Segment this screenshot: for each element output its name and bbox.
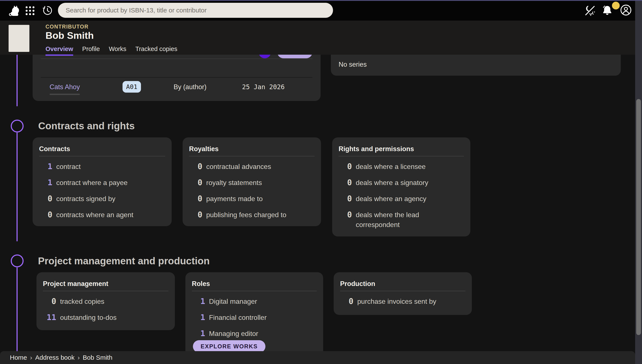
history-icon[interactable] <box>41 4 54 17</box>
section-title-project-management: Project management and production <box>38 255 210 267</box>
stat-label: outstanding to-dos <box>60 312 117 322</box>
stat-item: 0 deals where a licensee <box>339 162 464 172</box>
stat-card-production: Production 0 purchase invoices sent by <box>334 272 472 315</box>
notification-badge <box>612 2 620 10</box>
contributor-header: CONTRIBUTOR Bob Smith Overview Profile W… <box>0 20 642 55</box>
stat-label: contractual advances <box>206 162 271 172</box>
card-title: Contracts <box>39 145 165 153</box>
page-title: Bob Smith <box>46 30 94 41</box>
stat-item: 0 publishing fees charged to <box>189 210 314 220</box>
breadcrumb-separator: › <box>78 354 80 361</box>
contributor-role-badge: A01 <box>123 81 141 92</box>
stat-label: deals where an agency <box>356 194 426 204</box>
stat-count: 0 <box>189 178 202 188</box>
stat-item[interactable]: 1 Financial controller <box>192 312 317 322</box>
stat-label: tracked copies <box>60 296 104 306</box>
stat-label: purchase invoices sent by <box>357 296 436 306</box>
series-empty-text: No series <box>339 61 367 68</box>
scrollbar-thumb[interactable] <box>636 99 641 335</box>
stat-label: Digital manager <box>209 296 257 306</box>
apps-grid-icon[interactable] <box>25 5 36 16</box>
work-title-link[interactable]: Cats Ahoy <box>50 83 80 91</box>
tab-profile[interactable]: Profile <box>82 46 100 56</box>
card-title: Production <box>340 280 465 288</box>
stat-label: Managing editor <box>209 329 258 338</box>
stat-item[interactable]: 1 Digital manager <box>192 296 317 306</box>
stat-count: 11 <box>43 312 56 322</box>
stat-count: 0 <box>39 210 52 220</box>
stat-count: 1 <box>192 329 205 338</box>
timeline-node <box>11 120 24 132</box>
stat-item[interactable]: 1 Managing editor <box>192 329 317 338</box>
stat-label: contract <box>56 162 81 172</box>
stat-label: contracts signed by <box>56 194 115 204</box>
divider <box>39 156 165 156</box>
stat-count: 0 <box>339 178 352 188</box>
divider <box>339 156 464 156</box>
divider <box>189 156 314 156</box>
work-role-text: By (author) <box>174 83 206 91</box>
stat-item: 0 deals where an agency <box>339 194 464 204</box>
stat-item[interactable]: 1 contract <box>39 162 165 172</box>
card-title: Roles <box>192 280 317 288</box>
account-icon[interactable] <box>619 4 632 17</box>
explore-works-button[interactable]: EXPLORE WORKS <box>193 340 265 353</box>
tab-overview[interactable]: Overview <box>46 46 73 56</box>
timeline-line <box>17 55 18 106</box>
card-title: Project management <box>43 280 168 288</box>
breadcrumb-address-book[interactable]: Address book <box>35 354 75 361</box>
stat-item[interactable]: 1 contract where a payee <box>39 178 165 188</box>
tab-tracked-copies[interactable]: Tracked copies <box>135 46 177 56</box>
stat-count: 1 <box>192 312 205 322</box>
stat-count: 0 <box>189 194 202 204</box>
breadcrumb: Home › Address book › Bob Smith <box>0 351 635 364</box>
stat-label: publishing fees charged to <box>206 210 286 220</box>
search-bar <box>58 3 333 18</box>
stat-item: 0 tracked copies <box>43 296 168 306</box>
card-title: Rights and permissions <box>339 145 464 153</box>
theme-toggle-icon[interactable] <box>583 4 596 17</box>
topbar <box>0 0 642 20</box>
timeline-line <box>17 267 18 353</box>
divider <box>43 291 168 291</box>
stat-label: royalty statements <box>206 178 262 188</box>
stat-label: payments made to <box>206 194 263 204</box>
stat-count: 1 <box>192 296 205 306</box>
tab-works[interactable]: Works <box>109 46 126 56</box>
contributor-kicker: CONTRIBUTOR <box>46 24 89 30</box>
stat-item: 0 payments made to <box>189 194 314 204</box>
divider <box>41 58 312 59</box>
stat-count: 0 <box>189 210 202 220</box>
stat-count: 0 <box>340 296 354 306</box>
stat-count: 0 <box>43 296 56 306</box>
stat-count: 0 <box>339 210 352 220</box>
cat-logo-icon[interactable] <box>8 4 22 18</box>
stat-item[interactable]: 11 outstanding to-dos <box>43 312 168 322</box>
work-title-underline <box>50 94 80 95</box>
stat-card-roles: Roles 1 Digital manager 1 Financial cont… <box>185 272 323 364</box>
stat-item: 0 contracts signed by <box>39 194 165 204</box>
breadcrumb-separator: › <box>30 354 32 361</box>
search-input[interactable] <box>58 7 333 14</box>
tab-bar: Overview Profile Works Tracked copies <box>46 46 177 56</box>
stat-item: 0 royalty statements <box>189 178 314 188</box>
stat-label: contracts where an agent <box>56 210 133 220</box>
breadcrumb-home[interactable]: Home <box>10 354 27 361</box>
stat-count: 0 <box>339 162 352 172</box>
card-title: Royalties <box>189 145 314 153</box>
divider <box>340 291 465 291</box>
stat-count: 0 <box>339 194 352 204</box>
stat-item: 0 contracts where an agent <box>39 210 165 220</box>
stat-item: 0 deals where the lead correspondent <box>339 210 464 230</box>
stat-card-royalties: Royalties 0 contractual advances 0 royal… <box>183 138 321 226</box>
stat-count: 0 <box>189 162 202 172</box>
stat-item: 0 purchase invoices sent by <box>340 296 465 306</box>
top-accent-line <box>0 0 642 1</box>
stat-count: 1 <box>39 178 52 188</box>
stat-item: 0 deals where a signatory <box>339 178 464 188</box>
stat-count: 1 <box>39 162 52 172</box>
stat-card-project-management: Project management 0 tracked copies 11 o… <box>37 272 175 330</box>
stat-card-contracts: Contracts 1 contract 1 contract where a … <box>33 138 172 226</box>
stat-label: deals where a licensee <box>356 162 426 172</box>
stat-count: 0 <box>39 194 52 204</box>
